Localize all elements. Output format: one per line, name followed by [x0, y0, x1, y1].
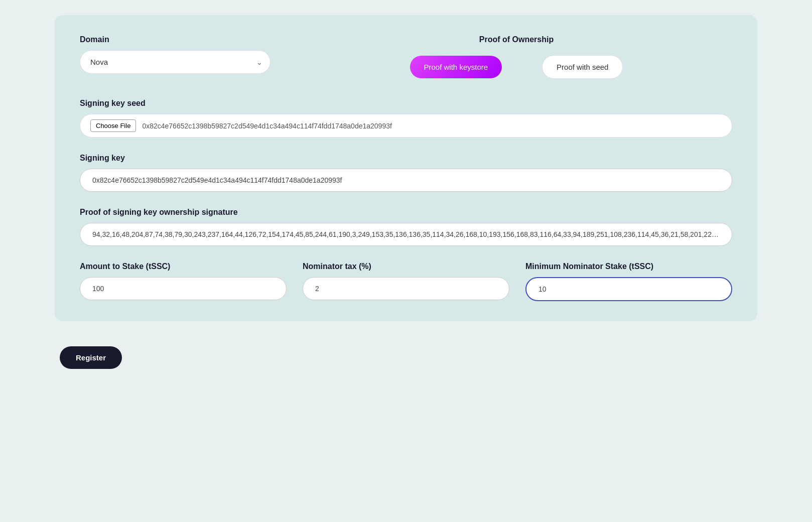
- amount-to-stake-input[interactable]: [80, 277, 287, 300]
- domain-label: Domain: [80, 35, 270, 44]
- bottom-fields: Amount to Stake (tSSC) Nominator tax (%)…: [80, 262, 732, 301]
- proof-with-seed-button[interactable]: Proof with seed: [542, 55, 623, 79]
- choose-file-button[interactable]: Choose File: [90, 119, 136, 132]
- proof-ownership-section: Proof of Ownership Proof with keystore P…: [301, 35, 732, 79]
- main-card: Domain Nova Gemini Mainnet ⌄ Proof of Ow…: [55, 15, 757, 321]
- page-footer: Register: [55, 321, 757, 369]
- register-button[interactable]: Register: [60, 346, 122, 369]
- proof-signature-section: Proof of signing key ownership signature: [80, 208, 732, 246]
- nominator-tax-input[interactable]: [303, 277, 509, 300]
- domain-select-wrapper: Nova Gemini Mainnet ⌄: [80, 50, 270, 74]
- min-nominator-stake-field: Minimum Nominator Stake (tSSC): [525, 262, 732, 301]
- nominator-tax-field: Nominator tax (%): [303, 262, 509, 301]
- proof-signature-input[interactable]: [80, 223, 732, 246]
- domain-section: Domain Nova Gemini Mainnet ⌄: [80, 35, 270, 74]
- signing-key-label: Signing key: [80, 154, 732, 163]
- amount-to-stake-field: Amount to Stake (tSSC): [80, 262, 287, 301]
- signing-key-input[interactable]: [80, 169, 732, 192]
- signing-key-section: Signing key: [80, 154, 732, 192]
- min-nominator-stake-label: Minimum Nominator Stake (tSSC): [525, 262, 732, 271]
- signing-key-seed-section: Signing key seed Choose File 0x82c4e7665…: [80, 99, 732, 138]
- proof-buttons-row: Proof with keystore Proof with seed: [410, 55, 623, 79]
- min-nominator-stake-input[interactable]: [525, 277, 732, 301]
- amount-to-stake-label: Amount to Stake (tSSC): [80, 262, 287, 271]
- domain-select[interactable]: Nova Gemini Mainnet: [80, 50, 270, 74]
- file-value-text: 0x82c4e76652c1398b59827c2d549e4d1c34a494…: [142, 122, 391, 130]
- proof-signature-label: Proof of signing key ownership signature: [80, 208, 732, 217]
- nominator-tax-label: Nominator tax (%): [303, 262, 509, 271]
- proof-ownership-label: Proof of Ownership: [479, 35, 554, 44]
- top-section: Domain Nova Gemini Mainnet ⌄ Proof of Ow…: [80, 35, 732, 79]
- signing-key-seed-label: Signing key seed: [80, 99, 732, 108]
- file-input-wrapper: Choose File 0x82c4e76652c1398b59827c2d54…: [80, 114, 732, 138]
- proof-with-keystore-button[interactable]: Proof with keystore: [410, 56, 502, 78]
